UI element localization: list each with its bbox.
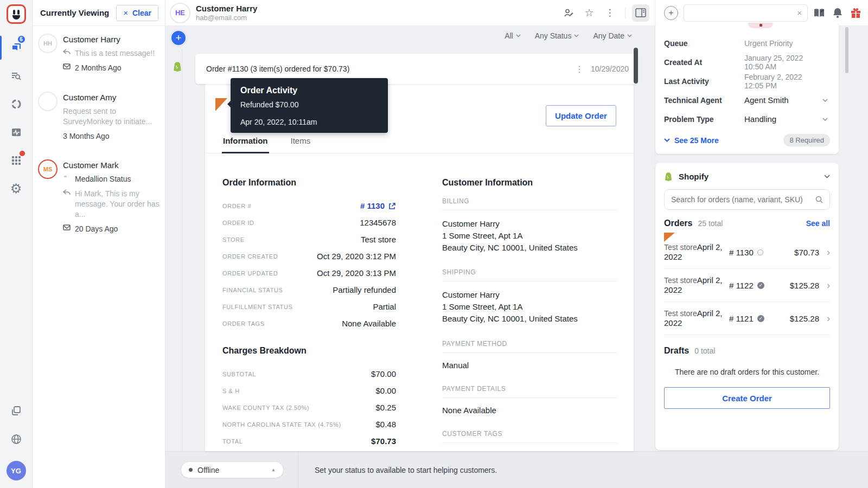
feed-filters: All Any Status Any Date — [505, 31, 632, 40]
billing-label: BILLING — [442, 197, 617, 210]
sidebar-body: Queue Urgent Priority Created At January… — [655, 26, 868, 451]
shopify-event-icon — [173, 61, 183, 72]
order-event-title: Order #1130 (3 item(s) ordered for $70.7… — [206, 65, 572, 73]
order-store: Test store — [664, 309, 697, 318]
plus-circle-icon[interactable]: + — [664, 6, 678, 20]
chevron-right-icon: › — [822, 313, 830, 323]
required-badge: 8 Required — [783, 134, 830, 146]
sidebar-scrollbar[interactable] — [845, 27, 848, 73]
see-more-button[interactable]: See 25 More — [664, 136, 719, 145]
clear-search-icon[interactable]: × — [797, 8, 802, 17]
sidebar-item-search[interactable] — [0, 62, 33, 90]
sidebar-item-language[interactable] — [0, 425, 33, 453]
sidebar-toggle-icon[interactable] — [632, 4, 649, 22]
copy-windows-icon — [10, 405, 22, 417]
filter-date[interactable]: Any Date — [593, 31, 632, 40]
tab-information[interactable]: Information — [222, 133, 269, 153]
order-row-1122[interactable]: Test storeApril 2, 2022 # 1122✓ $125.28 … — [664, 269, 830, 302]
status-selector[interactable]: Offline ▲ — [181, 461, 284, 478]
customer-name: Customer Harry — [63, 35, 159, 44]
customer-tags-label: CUSTOMER TAGS — [442, 430, 617, 443]
status-fulfilled-icon: ✓ — [757, 315, 764, 322]
chevron-down-icon — [664, 138, 670, 142]
clear-button[interactable]: × Clear — [116, 5, 158, 21]
chevron-down-icon — [516, 34, 521, 37]
feed-scrollbar[interactable] — [634, 48, 638, 84]
knowledge-book-icon[interactable] — [813, 8, 825, 18]
user-avatar[interactable]: YG — [7, 461, 26, 480]
payment-method-label: PAYMENT METHOD — [442, 340, 617, 353]
flag-icon — [215, 98, 227, 111]
order-search[interactable] — [664, 189, 830, 210]
chevron-down-icon — [822, 99, 828, 102]
sidebar-item-tickets[interactable]: 6 — [0, 34, 33, 62]
create-order-button[interactable]: Create Order — [664, 387, 830, 409]
last-message: Request sent to SurveyMonkey to initiate… — [63, 106, 159, 127]
order-row-1130[interactable]: Test storeApril 2, 2022 # 1130 $70.73 › — [664, 232, 830, 269]
shipping-label: SHIPPING — [442, 268, 617, 281]
chevron-down-icon — [627, 34, 632, 37]
order-number: # 1122✓ — [729, 281, 776, 290]
order-number-link[interactable]: # 1130 — [360, 201, 396, 210]
sidebar-item-automation[interactable] — [0, 90, 33, 118]
sidebar-topbar: + × — [655, 0, 868, 26]
gear-icon: ⚙ — [10, 182, 22, 195]
assign-agent-icon[interactable] — [560, 4, 577, 22]
gift-icon[interactable] — [850, 7, 861, 18]
reply-icon — [63, 189, 71, 196]
sidebar-search-input[interactable] — [690, 9, 794, 17]
gorgias-logo-icon[interactable] — [7, 4, 26, 24]
flag-icon — [664, 233, 675, 242]
status-message: Set your status to available to start he… — [315, 466, 497, 474]
see-all-link[interactable]: See all — [806, 219, 830, 228]
list-item-customer-mark[interactable]: MS Customer Mark Medallion Status Hi Mar… — [38, 159, 159, 238]
add-button[interactable]: + — [169, 29, 188, 47]
orders-count: 25 total — [698, 219, 800, 228]
ticket-column: HE Customer Harry hab@email.com ☆ ⋮ — [165, 0, 655, 451]
property-row-problem[interactable]: Problem Type Handling — [664, 110, 830, 129]
sidebar-item-settings[interactable]: ⚙ — [0, 175, 33, 203]
tag-pill[interactable] — [748, 23, 773, 28]
list-item-customer-amy[interactable]: Customer Amy Request sent to SurveyMonke… — [38, 92, 159, 146]
tooltip-refund: Refunded $70.00 — [240, 100, 378, 109]
property-row-agent[interactable]: Technical Agent Agent Smith — [664, 91, 830, 110]
bell-icon[interactable] — [833, 8, 843, 18]
last-activity-time: 20 Days Ago — [75, 224, 118, 234]
chevron-down-icon — [822, 118, 828, 121]
field-row: ORDER ID12345678 — [222, 214, 396, 231]
order-store: Test store — [664, 243, 697, 252]
timeline-line — [182, 49, 182, 451]
order-row-1121[interactable]: Test storeApril 2, 2022 # 1121✓ $125.28 … — [664, 302, 830, 335]
filter-status[interactable]: Any Status — [535, 31, 579, 40]
drafts-empty-message: There are no draft orders for this custo… — [664, 368, 830, 376]
active-indicator — [0, 36, 2, 60]
charge-row-total: TOTAL$70.73 — [222, 433, 396, 450]
order-amount: $125.28 — [779, 314, 819, 323]
reply-icon — [63, 49, 71, 55]
field-row: FINANCIAL STATUSPartially refunded — [222, 281, 396, 298]
sidebar-search[interactable]: × — [684, 4, 808, 22]
list-item-customer-harry[interactable]: HH Customer Harry This is a test message… — [38, 34, 159, 78]
chevron-down-icon[interactable] — [824, 175, 830, 178]
status-open-icon — [757, 249, 763, 255]
charge-row: S & H$0.00 — [222, 382, 396, 399]
order-more-icon[interactable]: ⋮ — [572, 64, 586, 74]
customer-topbar: HE Customer Harry hab@email.com ☆ ⋮ — [165, 0, 655, 26]
donut-icon — [10, 98, 23, 111]
search-icon — [815, 196, 823, 203]
panel-title: Currently Viewing — [40, 8, 109, 17]
customer-name: Customer Mark — [63, 160, 159, 170]
star-icon[interactable]: ☆ — [580, 4, 598, 22]
currently-viewing-header: Currently Viewing × Clear — [33, 0, 165, 26]
filter-all[interactable]: All — [505, 31, 521, 40]
ticket-body: + All Any Status Any Date Order #1130 (3… — [165, 26, 655, 451]
sidebar-item-windows[interactable] — [0, 397, 33, 425]
tab-items[interactable]: Items — [290, 133, 312, 153]
icon-rail: 6 ⚙ YG — [0, 0, 33, 488]
order-search-input[interactable] — [671, 195, 811, 204]
sidebar-item-apps[interactable] — [0, 146, 33, 175]
more-options-icon[interactable]: ⋮ — [601, 4, 618, 22]
update-order-button[interactable]: Update Order — [546, 105, 616, 126]
apps-notification-dot — [20, 151, 25, 156]
sidebar-item-statistics[interactable] — [0, 118, 33, 146]
